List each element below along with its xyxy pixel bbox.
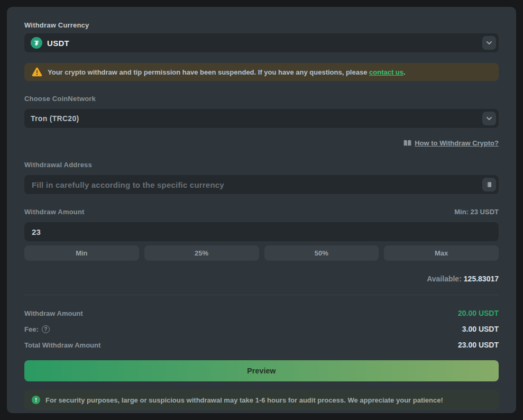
summary-fee-label: Fee: ?: [24, 325, 50, 333]
address-field: [24, 175, 499, 194]
currency-selected-value: USDT: [47, 39, 69, 48]
network-selected-value: Tron (TRC20): [31, 114, 79, 123]
book-icon: [403, 140, 411, 147]
summary-withdraw-amount-label: Withdraw Amount: [24, 309, 83, 317]
warning-banner: Your crypto withdraw and tip permission …: [24, 63, 499, 81]
min-button[interactable]: Min: [24, 245, 139, 261]
info-text: For security purposes, large or suspicio…: [45, 396, 443, 404]
amount-label: Withdraw Amount: [24, 208, 85, 216]
network-select[interactable]: Tron (TRC20): [24, 109, 499, 128]
info-icon: !: [32, 396, 40, 404]
preview-button[interactable]: Preview: [24, 360, 499, 381]
help-row: How to Withdraw Crypto?: [24, 139, 499, 147]
chevron-down-icon: [487, 41, 492, 44]
available-row: Available:125.83017: [24, 275, 499, 283]
summary-fee-value: 3.00 USDT: [462, 325, 499, 333]
network-chevron-button[interactable]: [482, 112, 496, 125]
address-label: Withdrawal Address: [24, 161, 499, 169]
warning-icon: [32, 67, 42, 77]
summary-withdraw-amount-value: 20.00 USDT: [458, 309, 499, 317]
amount-header: Withdraw Amount Min: 23 USDT: [24, 208, 499, 216]
fee-help-icon[interactable]: ?: [42, 325, 50, 333]
summary-total-label: Total Withdraw Amount: [24, 341, 100, 349]
paste-icon: [485, 181, 493, 188]
min-note: Min: 23 USDT: [454, 208, 499, 216]
withdraw-currency-label: Withdraw Currency: [24, 21, 499, 29]
summary-row-fee: Fee: ? 3.00 USDT: [24, 325, 499, 333]
pct-50-button[interactable]: 50%: [264, 245, 379, 261]
warning-text: Your crypto withdraw and tip permission …: [48, 68, 406, 76]
summary-row-total: Total Withdraw Amount 23.00 USDT: [24, 341, 499, 349]
max-button[interactable]: Max: [384, 245, 499, 261]
tether-icon: ₮: [31, 37, 42, 49]
network-label: Choose CoinNetwork: [24, 95, 499, 103]
withdraw-panel: Withdraw Currency ₮ USDT Your crypto wit…: [7, 7, 516, 413]
summary-section: Withdraw Amount 20.00 USDT Fee: ? 3.00 U…: [24, 295, 499, 349]
paste-button[interactable]: [482, 178, 496, 191]
amount-input[interactable]: [24, 222, 499, 241]
currency-chevron-button[interactable]: [482, 36, 496, 50]
available-value: 125.83017: [464, 275, 499, 283]
warning-text-after: .: [403, 68, 406, 76]
summary-row-withdraw-amount: Withdraw Amount 20.00 USDT: [24, 309, 499, 317]
summary-total-value: 23.00 USDT: [458, 341, 499, 349]
pct-25-button[interactable]: 25%: [144, 245, 259, 261]
warning-text-before: Your crypto withdraw and tip permission …: [48, 68, 369, 76]
contact-us-link[interactable]: contact us: [369, 68, 403, 76]
chevron-down-icon: [487, 117, 492, 120]
address-input[interactable]: [24, 175, 499, 194]
info-banner: ! For security purposes, large or suspic…: [24, 390, 499, 410]
currency-select[interactable]: ₮ USDT: [24, 33, 499, 52]
available-label: Available:: [427, 275, 462, 283]
quick-amount-row: Min 25% 50% Max: [24, 245, 499, 261]
how-to-withdraw-link[interactable]: How to Withdraw Crypto?: [415, 139, 499, 147]
fee-label-text: Fee:: [24, 325, 39, 333]
